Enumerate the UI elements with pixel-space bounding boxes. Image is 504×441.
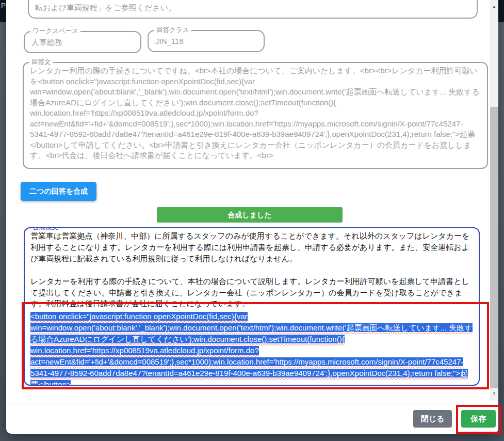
blank-line [30, 264, 474, 276]
merge-answers-button[interactable]: 二つの回答を合成 [21, 182, 96, 201]
scroll-down-icon[interactable]: ▼ [490, 389, 498, 398]
intro-textarea: 転および車両規程」をご参照ください。 [28, 0, 478, 19]
merge-success-banner: 合成しました [157, 207, 343, 223]
close-button[interactable]: 閉じる [413, 410, 452, 428]
answer-textarea: 回答文 レンタカー利用の際の手続きについてですね。<br>本社の場合について、ご… [23, 62, 488, 169]
intro-textarea-value: 転および車両規程」をご参照ください。 [35, 3, 176, 13]
annotation-box-selected-code [22, 302, 489, 389]
scroll-up-icon[interactable]: ▲ [490, 2, 498, 11]
answer-textarea-value: レンタカー利用の際の手続きについてですね。<br>本社の場合について、ご案内いた… [30, 66, 482, 166]
screen: Publ 転および車両規程」をご参照ください。 ワークスペース 人事総務 回答ク… [0, 0, 504, 441]
merged-paragraph-1: 営業車は営業拠点（神奈川、中部）に所属するスタッフのみが使用することができます。… [30, 230, 474, 264]
workspace-label: ワークスペース [30, 27, 80, 35]
answer-class-value: JIN_116 [155, 37, 184, 45]
answer-class-label: 回答クラス [154, 26, 191, 34]
annotation-box-save-button [456, 405, 501, 434]
answer-label: 回答文 [29, 58, 53, 66]
scrollbar-thumb[interactable] [490, 107, 498, 388]
workspace-value: 人事総務 [31, 38, 62, 48]
workspace-field: ワークスペース 人事総務 [24, 31, 141, 53]
answer-class-field: 回答クラス JIN_116 [148, 30, 265, 52]
footer-divider [6, 404, 498, 404]
